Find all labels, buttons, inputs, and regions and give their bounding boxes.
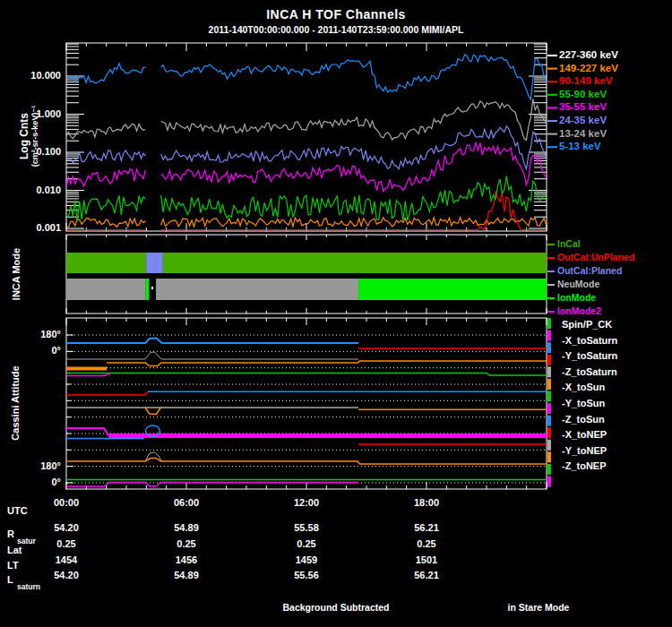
mode-bar-NeuMode	[66, 279, 146, 300]
mode-bar-OutCalPlaned	[146, 253, 163, 273]
attitude-trace-5	[66, 374, 547, 376]
flux-legend-item: 5-13 keV	[559, 141, 601, 151]
attitude-trace-7	[66, 392, 148, 396]
attitude-legend-item: -Y_toSun	[562, 398, 605, 408]
flux-legend-item: 227-360 keV	[559, 49, 618, 60]
flux-ytick-label: 0.001	[5, 222, 61, 233]
flux-legend-item: 149-227 keV	[559, 63, 618, 73]
ephemeris-row-label-L: L	[7, 574, 13, 585]
attitude-right-tick-3	[547, 355, 551, 365]
attitude-legend-item: -Z_toSun	[562, 414, 605, 425]
ephemeris-value: 55.58	[278, 522, 335, 533]
flux-trace-5-13keV	[66, 55, 547, 99]
flux-legend-item: 90-149 keV	[559, 75, 612, 86]
mode-legend-item: OutCal:UnPlaned	[557, 252, 634, 262]
flux-axis-title-line1: Log Cnts	[18, 69, 30, 203]
attitude-ytick-label: 180°	[5, 460, 61, 471]
flux-legend-item: 55-90 keV	[559, 89, 607, 99]
attitude-axis-title: Cassini Attitude	[10, 336, 21, 470]
ephemeris-value: 0.25	[158, 538, 215, 549]
flux-legend-item: 13-24 keV	[559, 128, 607, 139]
attitude-legend-item: Spin/P_CK	[562, 319, 612, 330]
flux-legend-item: 35-55 keV	[559, 101, 607, 112]
mode-bar-InCal	[66, 253, 146, 273]
flux-trace-55-90keV	[66, 176, 547, 221]
mode-bar-IonMode	[358, 279, 547, 300]
attitude-ytick-label: 0°	[5, 477, 61, 487]
mode-legend-item: IonMode2	[557, 305, 601, 316]
flux-trace-35-55keV	[66, 142, 547, 191]
utc-tick-label: 18:00	[398, 497, 455, 508]
attitude-legend-item: -Y_toNEP	[562, 445, 607, 456]
flux-ytick-label: 0.010	[5, 185, 61, 195]
attitude-trace-2	[66, 352, 358, 359]
attitude-legend-item: -Z_toSaturn	[562, 366, 617, 377]
attitude-ytick-label: 0°	[5, 345, 61, 356]
ephemeris-value: 56.21	[398, 570, 455, 580]
ephemeris-row-label-LT: LT	[7, 560, 19, 571]
mode-bar-IonMode	[146, 279, 150, 300]
attitude-right-tick-8	[547, 416, 551, 426]
attitude-right-tick-9	[547, 427, 551, 438]
flux-ytick-label: 0.100	[5, 146, 61, 157]
utc-tick-label: 00:00	[38, 497, 95, 508]
attitude-trace-4	[107, 361, 547, 366]
ephemeris-value: 0.25	[278, 538, 335, 549]
attitude-right-tick-13	[547, 476, 551, 486]
ephemeris-value: 56.21	[398, 522, 455, 533]
ephemeris-value: 54.20	[38, 570, 95, 580]
ephemeris-row-label-R: R	[7, 528, 14, 539]
mode-bar-InCal	[163, 253, 547, 273]
ephemeris-value: 54.20	[38, 522, 95, 533]
attitude-ytick-label: 180°	[5, 329, 61, 339]
attitude-right-tick-12	[547, 464, 551, 475]
plot-canvas: INCA H TOF Channels 2011-140T00:00:00.00…	[0, 0, 672, 627]
ephemeris-value: 0.25	[398, 538, 455, 549]
footer-note-stare-mode: in Stare Mode	[508, 602, 570, 613]
ephemeris-value: 54.89	[158, 570, 215, 580]
flux-axis-title-units: (cm²-sr-s-keV)⁻¹	[30, 69, 39, 203]
flux-ytick-label: 10.000	[5, 70, 61, 81]
flux-axis-title: Log Cnts (cm²-sr-s-keV)⁻¹	[18, 69, 39, 203]
attitude-legend-item: -X_toSaturn	[562, 335, 617, 346]
attitude-right-tick-10	[547, 440, 551, 451]
attitude-right-tick-2	[547, 342, 551, 353]
ephemeris-value: 1454	[38, 554, 95, 565]
ephemeris-value: 1501	[398, 554, 455, 565]
flux-ytick-label: 1.000	[5, 108, 61, 119]
attitude-legend-item: -Z_toNEP	[562, 460, 607, 471]
ephemeris-value: 1456	[158, 554, 215, 565]
attitude-right-tick-4	[547, 366, 551, 377]
ephemeris-value: 1459	[278, 554, 335, 565]
attitude-right-tick-6	[547, 391, 551, 401]
footer-note-background-subtracted: Background Subtracted	[282, 602, 389, 613]
attitude-legend-item: -Y_toSaturn	[562, 350, 617, 361]
ephemeris-row-label-Lat: Lat	[7, 545, 22, 555]
ephemeris-value: 55.56	[278, 570, 335, 580]
panel-border-2	[66, 235, 547, 314]
mode-legend-item: OutCal:Planed	[557, 265, 622, 276]
mode-bar-NeuMode	[156, 279, 358, 300]
attitude-right-tick-11	[547, 451, 551, 462]
mode-legend-item: NeuMode	[557, 279, 599, 289]
ephemeris-value: 54.89	[158, 522, 215, 533]
flux-legend-item: 24-35 keV	[559, 115, 607, 125]
attitude-trace-10	[145, 408, 160, 415]
ephemeris-row-sublabel: saturn	[17, 582, 40, 591]
attitude-legend-item: -X_toNEP	[562, 429, 607, 440]
ephemeris-value: 0.25	[38, 538, 95, 549]
mode-legend-item: IonMode	[557, 292, 596, 303]
attitude-right-tick-5	[547, 379, 551, 390]
attitude-trace-12	[66, 428, 108, 436]
utc-tick-label: 06:00	[158, 497, 215, 508]
attitude-right-tick-0	[547, 318, 551, 329]
attitude-trace-0	[66, 339, 358, 344]
utc-row-label: UTC	[7, 505, 28, 516]
attitude-legend-item: -X_toSun	[562, 382, 605, 392]
mode-gap-dot	[151, 287, 153, 289]
utc-tick-label: 12:00	[278, 497, 335, 508]
attitude-trace-16	[66, 459, 547, 465]
attitude-right-tick-1	[547, 331, 551, 341]
attitude-right-tick-7	[547, 403, 551, 414]
attitude-trace-19	[66, 483, 358, 487]
